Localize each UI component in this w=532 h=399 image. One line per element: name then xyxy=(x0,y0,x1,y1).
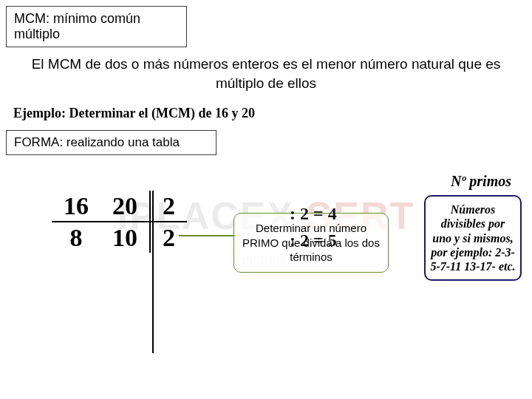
definition-text: El MCM de dos o más números enteros es e… xyxy=(30,55,502,92)
callout-connector xyxy=(179,235,236,236)
example-heading: Ejemplo: Determinar el (MCM) de 16 y 20 xyxy=(13,106,519,121)
table-row: 16 20 2 xyxy=(52,191,187,222)
factor-table: 16 20 2 8 10 2 xyxy=(52,191,187,253)
table-cell: 20 xyxy=(100,191,150,222)
table-row: 8 10 2 xyxy=(52,222,187,253)
division-eq-2: : 2 = 5 xyxy=(290,231,337,250)
table-cell: 8 xyxy=(52,222,100,253)
table-cell: 2 xyxy=(150,191,187,222)
division-eq-1: : 2 = 4 xyxy=(290,204,337,224)
table-cell: 10 xyxy=(100,222,150,253)
forma-box: FORMA: realizando una tabla xyxy=(6,130,216,155)
primos-label: Nº primos xyxy=(451,173,511,190)
title-box: MCM: mínimo común múltiplo xyxy=(6,6,187,47)
table-cell: 16 xyxy=(52,191,100,222)
table-cell: 2 xyxy=(150,222,187,253)
primos-definition-box: Números divisibles por uno y si mismos, … xyxy=(424,195,522,281)
